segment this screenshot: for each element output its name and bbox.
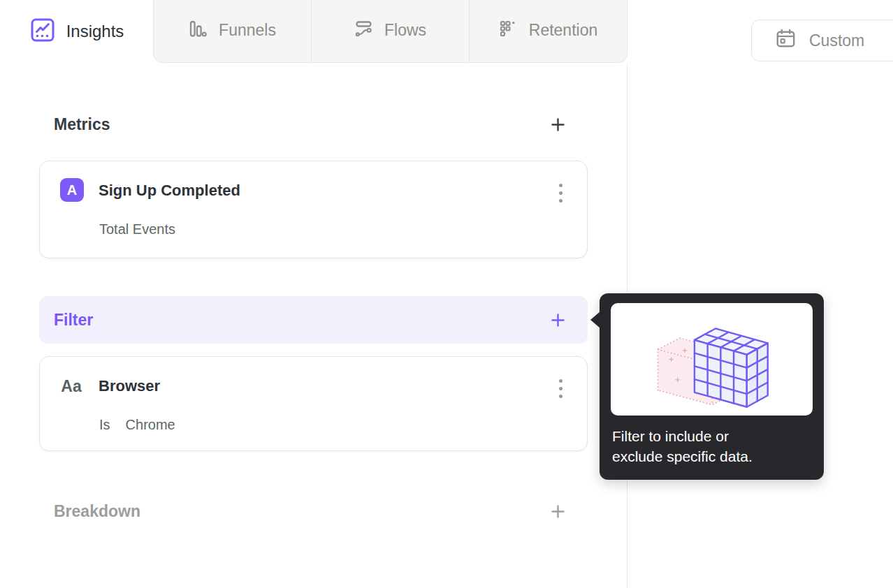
breakdown-section-header: Breakdown (39, 493, 588, 529)
filter-operator[interactable]: Is (99, 417, 110, 432)
breakdown-heading: Breakdown (54, 502, 140, 521)
tab-flows[interactable]: Flows (311, 0, 469, 62)
filter-help-tooltip: Filter to include or exclude specific da… (600, 293, 824, 480)
add-filter-button[interactable] (549, 311, 567, 329)
filter-condition: IsChrome (99, 417, 175, 433)
tooltip-caption: Filter to include or exclude specific da… (612, 426, 811, 466)
tab-insights[interactable]: Insights (0, 0, 154, 63)
tab-funnels-label: Funnels (219, 21, 276, 40)
calendar-icon (775, 28, 797, 54)
date-range-label: Custom (809, 31, 864, 50)
filter-section-header: Filter (39, 296, 588, 344)
tab-retention[interactable]: Retention (469, 0, 627, 62)
insights-report-builder: Insights Funnels (0, 0, 893, 588)
tooltip-caption-line2: exclude specific data. (612, 446, 811, 466)
tab-funnels[interactable]: Funnels (154, 0, 311, 62)
metric-measurement[interactable]: Total Events (99, 221, 175, 237)
text-property-icon: Aa (57, 374, 85, 398)
add-metric-button[interactable] (549, 115, 567, 133)
filter-cube-illustration (642, 309, 782, 411)
filter-more-options-icon[interactable] (552, 376, 569, 400)
tab-retention-label: Retention (529, 21, 597, 40)
metrics-heading: Metrics (54, 115, 110, 134)
insights-chart-icon (30, 17, 55, 45)
add-breakdown-button[interactable] (549, 502, 567, 520)
funnels-bars-icon (189, 20, 208, 41)
date-range-custom-button[interactable]: Custom (751, 20, 893, 61)
tooltip-illustration-frame (611, 303, 813, 416)
filter-value[interactable]: Chrome (126, 417, 175, 432)
metric-series-badge: A (60, 178, 84, 202)
tab-flows-label: Flows (384, 21, 426, 40)
flows-stream-icon (354, 20, 373, 41)
filter-heading: Filter (54, 311, 93, 330)
filter-property-name: Browser (99, 377, 160, 395)
metric-event-name: Sign Up Completed (99, 182, 240, 200)
retention-dots-icon (499, 20, 518, 41)
tooltip-arrow (590, 311, 600, 328)
tooltip-caption-line1: Filter to include or (612, 426, 811, 446)
metric-more-options-icon[interactable] (552, 181, 569, 205)
inactive-tab-group: Funnels Flows (153, 0, 627, 63)
filter-card[interactable]: Aa Browser IsChrome (39, 356, 588, 451)
tab-insights-label: Insights (66, 22, 124, 41)
metric-card[interactable]: A Sign Up Completed Total Events (39, 161, 588, 258)
metrics-section-header: Metrics (39, 106, 588, 142)
